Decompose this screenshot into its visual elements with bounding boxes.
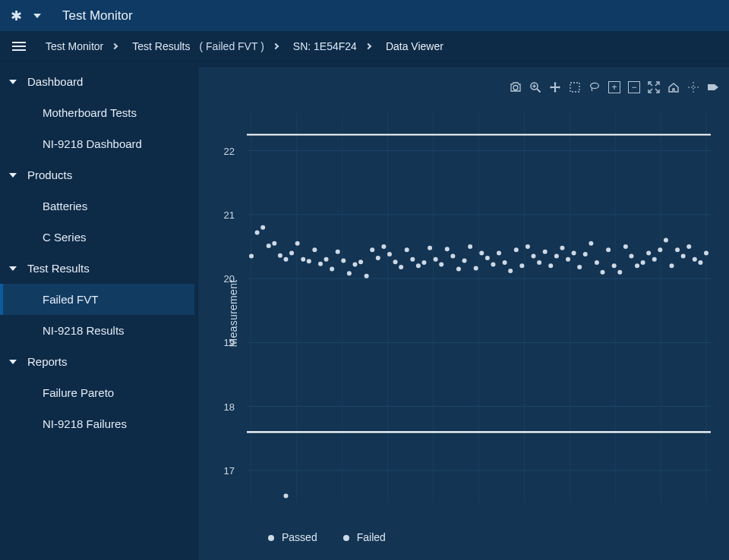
svg-point-91	[617, 270, 622, 275]
zoom-in-icon[interactable]: +	[608, 80, 621, 94]
svg-point-102	[681, 254, 686, 259]
tag-icon[interactable]	[706, 80, 720, 94]
svg-point-55	[410, 257, 415, 262]
svg-point-81	[560, 246, 564, 250]
svg-point-104	[693, 257, 697, 262]
svg-point-86	[589, 241, 593, 246]
svg-point-88	[601, 270, 605, 275]
svg-point-82	[566, 257, 570, 262]
svg-point-78	[543, 250, 548, 254]
sidebar-item-batteries[interactable]: Batteries	[0, 190, 194, 222]
box-select-icon[interactable]	[568, 80, 582, 94]
svg-point-85	[583, 252, 588, 256]
svg-point-39	[318, 262, 323, 266]
pan-icon[interactable]	[548, 80, 562, 94]
lasso-icon[interactable]	[588, 80, 601, 94]
svg-point-61	[445, 247, 450, 251]
sidebar: Dashboard Motherboard Tests NI-9218 Dash…	[0, 61, 194, 560]
chart-y-tick: 17	[224, 464, 235, 476]
legend-label: Passed	[282, 531, 317, 543]
svg-point-45	[352, 263, 357, 267]
svg-point-33	[283, 257, 288, 262]
breadcrumb-item[interactable]: Test Monitor	[46, 40, 117, 52]
legend-dot-icon	[268, 535, 274, 541]
legend-item-passed[interactable]: Passed	[268, 531, 317, 543]
svg-point-44	[347, 271, 352, 275]
svg-point-107	[283, 494, 288, 499]
chart-y-tick: 21	[224, 209, 235, 220]
svg-point-32	[278, 253, 282, 258]
sidebar-item-motherboard-tests[interactable]: Motherboard Tests	[0, 97, 194, 128]
chart-y-tick: 20	[224, 273, 235, 285]
chart-plot-area[interactable]	[238, 109, 714, 505]
svg-point-57	[421, 260, 426, 265]
svg-point-43	[341, 258, 346, 263]
svg-point-95	[641, 260, 645, 265]
svg-point-97	[652, 257, 657, 262]
svg-point-47	[364, 274, 369, 278]
sidebar-item-ni9218-results[interactable]: NI-9218 Results	[0, 315, 194, 346]
home-icon[interactable]	[667, 80, 680, 94]
sidebar-group-dashboard[interactable]: Dashboard	[0, 66, 194, 97]
svg-point-89	[606, 247, 611, 252]
svg-point-27	[249, 254, 254, 259]
breadcrumb-filter: ( Failed FVT )	[200, 40, 264, 52]
svg-point-84	[577, 265, 582, 269]
caret-down-icon	[9, 360, 17, 364]
breadcrumb-item-current: Data Viewer	[386, 40, 443, 52]
svg-point-76	[532, 254, 536, 259]
svg-point-35	[295, 241, 300, 246]
svg-point-103	[686, 244, 691, 249]
main-area: Dashboard Motherboard Tests NI-9218 Dash…	[0, 61, 729, 560]
svg-point-71	[503, 260, 507, 265]
sidebar-item-failed-fvt[interactable]: Failed FVT	[0, 284, 194, 315]
svg-point-28	[255, 230, 260, 234]
breadcrumb-item[interactable]: Test Results ( Failed FVT )	[132, 40, 278, 52]
camera-icon[interactable]	[509, 80, 522, 94]
sidebar-group-label: Reports	[27, 355, 68, 368]
legend-item-failed[interactable]: Failed	[343, 531, 386, 543]
svg-point-98	[658, 247, 662, 252]
svg-point-93	[629, 254, 633, 259]
sidebar-item-c-series[interactable]: C Series	[0, 222, 194, 253]
svg-point-77	[537, 260, 541, 265]
svg-point-34	[289, 250, 294, 255]
sidebar-group-label: Products	[27, 168, 72, 181]
svg-point-75	[525, 244, 530, 249]
svg-point-37	[307, 259, 311, 263]
breadcrumb-label: Test Monitor	[46, 40, 103, 52]
svg-point-42	[336, 250, 340, 254]
sidebar-group-test-results[interactable]: Test Results	[0, 253, 194, 284]
svg-point-54	[405, 247, 409, 252]
svg-point-87	[595, 260, 599, 265]
chart-y-tick: 22	[224, 145, 235, 156]
spikeline-icon[interactable]	[686, 80, 700, 94]
zoom-out-icon[interactable]: −	[627, 80, 641, 94]
chart-legend: Passed Failed	[268, 531, 386, 543]
svg-point-53	[399, 265, 403, 269]
sidebar-group-products[interactable]: Products	[0, 159, 194, 190]
svg-point-73	[514, 247, 519, 252]
svg-point-60	[439, 263, 443, 267]
sidebar-group-label: Dashboard	[27, 75, 83, 88]
autoscale-icon[interactable]	[647, 80, 661, 94]
chevron-right-icon	[112, 42, 118, 49]
menu-hamburger-icon[interactable]	[12, 42, 26, 51]
svg-point-56	[416, 263, 421, 268]
zoom-icon[interactable]	[529, 80, 542, 94]
svg-point-62	[450, 254, 455, 259]
sidebar-item-ni9218-failures[interactable]: NI-9218 Failures	[0, 408, 194, 439]
breadcrumb-item[interactable]: SN: 1E54F24	[293, 40, 371, 52]
sidebar-item-failure-pareto[interactable]: Failure Pareto	[0, 377, 194, 408]
svg-point-67	[479, 250, 484, 255]
svg-point-100	[670, 263, 674, 268]
app-title: Test Monitor	[62, 8, 133, 24]
app-menu-caret-icon[interactable]	[33, 14, 41, 18]
app-logo-icon: ✱	[9, 9, 23, 23]
sidebar-group-reports[interactable]: Reports	[0, 346, 194, 377]
svg-point-38	[312, 247, 317, 252]
sidebar-item-ni9218-dashboard[interactable]: NI-9218 Dashboard	[0, 128, 194, 159]
svg-point-59	[434, 257, 438, 262]
svg-point-52	[393, 260, 398, 264]
chevron-right-icon	[365, 42, 371, 49]
